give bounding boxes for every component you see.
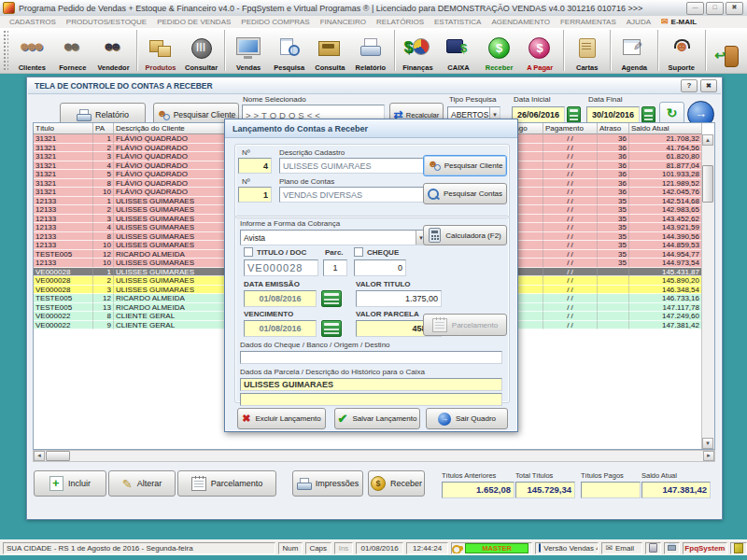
column-header-pa[interactable]: PA	[93, 123, 114, 134]
vertical-scroll-thumb[interactable]	[702, 165, 713, 203]
numero-plano-field[interactable]: 1	[238, 187, 272, 203]
dados-cheque-label: Dados do Cheque / Banco / Origem / Desti…	[240, 341, 390, 349]
apagar-button[interactable]: A Pagar	[519, 28, 560, 73]
vendas-button[interactable]: Vendas	[228, 28, 269, 73]
toolbar-label: Suporte	[669, 63, 695, 72]
descricao-cadastro-field[interactable]: ULISSES GUIMARAES	[279, 158, 430, 174]
agenda-button[interactable]: Agenda	[613, 28, 655, 73]
pesquisa-button[interactable]: Pesquisa	[269, 28, 310, 73]
close-button[interactable]	[726, 2, 743, 15]
dados-cheque-field[interactable]	[240, 351, 502, 364]
menu-item-financeiro[interactable]: FINANCEIRO	[320, 18, 366, 26]
column-header-atraso[interactable]: Atraso	[598, 123, 629, 134]
blue-arrow-icon	[438, 413, 451, 426]
column-header-saldo-atual[interactable]: Saldo Atual	[629, 123, 702, 134]
menu-item-cadastros[interactable]: CADASTROS	[9, 18, 56, 26]
horizontal-scroll-thumb[interactable]	[46, 451, 70, 461]
valor-titulo-field[interactable]: 1.375,00	[356, 290, 442, 307]
vendedor-button[interactable]: Vendedor	[93, 28, 134, 73]
titulo-doc-field[interactable]: VE000028	[244, 259, 318, 276]
parc-field[interactable]: 1	[323, 259, 347, 276]
table-cell: 12133	[34, 205, 93, 215]
clientes-button[interactable]: Clientes	[11, 28, 52, 73]
forma-cobranca-select[interactable]: Avista	[240, 230, 427, 245]
table-cell: / /	[543, 321, 598, 330]
menu-item-estatistica[interactable]: ESTATISTICA	[434, 18, 481, 26]
data-final-field[interactable]: 30/10/2016	[586, 106, 640, 123]
table-cell: 145.431,87	[629, 268, 702, 277]
network-icon	[668, 545, 676, 551]
menu-item-ferramentas[interactable]: FERRAMENTAS	[560, 18, 616, 26]
receber-button[interactable]: Receber	[368, 470, 425, 497]
calendar-icon[interactable]	[321, 290, 342, 307]
plano-contas-field[interactable]: VENDAS DIVERSAS	[279, 187, 430, 203]
receber-toolbar-button[interactable]: Receber	[479, 28, 520, 73]
menu-item-pedido-de-vendas[interactable]: PEDIDO DE VENDAS	[157, 18, 231, 26]
status-user: MASTER	[451, 542, 532, 554]
scroll-left-arrow[interactable]	[34, 451, 45, 461]
modal-pesquisar-cliente-button[interactable]: Pesquisar Cliente	[423, 155, 507, 176]
table-cell: 12	[93, 294, 114, 303]
table-cell: 36	[598, 170, 629, 179]
scroll-down-arrow[interactable]	[702, 438, 713, 449]
panel-close-button[interactable]	[700, 79, 717, 92]
table-cell: 12133	[34, 241, 93, 250]
incluir-button[interactable]: Incluir	[34, 470, 106, 497]
menu-item-relat-rios[interactable]: RELATÓRIOS	[376, 18, 424, 26]
cartas-button[interactable]: Cartas	[567, 28, 608, 73]
impressoes-button[interactable]: Impressões	[292, 470, 363, 497]
vencimento-field[interactable]: 01/08/2016	[244, 320, 317, 337]
calendar-icon[interactable]	[321, 320, 342, 337]
excluir-lancamento-button[interactable]: Excluir Lançamento	[237, 408, 326, 429]
fornecedor-button[interactable]: Fornece	[52, 28, 93, 73]
numero2-label: Nº	[242, 177, 250, 186]
scroll-right-arrow[interactable]	[703, 451, 714, 461]
printer-icon	[649, 543, 657, 553]
modal-parcelamento-button[interactable]: Parcelamento	[423, 314, 507, 336]
cheque-checkbox[interactable]	[354, 247, 363, 257]
sair-app-button[interactable]	[708, 28, 747, 73]
alterar-button[interactable]: Alterar	[108, 470, 176, 497]
data-inicial-field[interactable]: 26/06/2016	[512, 106, 565, 123]
scroll-up-arrow[interactable]	[702, 134, 713, 146]
summary-label-t-tulos-pagos: Títulos Pagos	[581, 471, 624, 480]
vertical-scrollbar[interactable]	[701, 134, 714, 449]
sair-quadro-button[interactable]: Sair Quadro	[426, 408, 508, 429]
numero-cadastro-field[interactable]: 4	[238, 158, 272, 174]
produtos-button[interactable]: Produtos	[140, 28, 181, 73]
consultar-button[interactable]: Consultar	[181, 28, 222, 73]
status-email[interactable]: Email	[601, 542, 642, 554]
menu-item-ajuda[interactable]: AJUDA	[627, 18, 651, 26]
table-cell: 35	[598, 223, 629, 232]
horizontal-scrollbar[interactable]	[33, 450, 715, 462]
pesquisar-contas-button[interactable]: Pesquisar Contas	[423, 183, 507, 204]
suporte-button[interactable]: Suporte	[661, 28, 702, 73]
calendar-icon[interactable]	[641, 106, 655, 123]
table-cell: 144.954,77	[629, 250, 702, 259]
menu-item-agendamento[interactable]: AGENDAMENTO	[491, 18, 550, 26]
relatorio-toolbar-button[interactable]: Relatório	[350, 28, 391, 73]
summary-label-t-tulos-anteriores: Títulos Anteriores	[442, 471, 496, 480]
calculadora-button[interactable]: Calculadora (F2)	[423, 225, 507, 245]
menu-item-produtos-estoque[interactable]: PRODUTOS/ESTOQUE	[66, 18, 147, 26]
column-header-t-tulo[interactable]: Título	[34, 123, 93, 134]
parcelamento-button[interactable]: Parcelamento	[177, 470, 276, 497]
historico-field-1[interactable]: ULISSES GUIMARAES	[240, 378, 502, 391]
menu-item-pedido-compras[interactable]: PEDIDO COMPRAS	[241, 18, 309, 26]
salvar-lancamento-button[interactable]: Salvar Lançamento	[334, 408, 420, 429]
menu-item-e-mail[interactable]: ✉E-MAIL	[661, 18, 697, 26]
table-cell: 2	[93, 276, 114, 286]
help-button[interactable]	[681, 79, 698, 92]
consulta-button[interactable]: Consulta	[309, 28, 350, 73]
column-header-pagamento[interactable]: Pagamento	[543, 123, 598, 134]
toolbar-label: A Pagar	[527, 63, 553, 72]
titulo-doc-checkbox[interactable]	[244, 247, 253, 257]
cheque-field[interactable]: 0	[354, 259, 406, 276]
data-emissao-field[interactable]: 01/08/2016	[244, 290, 317, 307]
caixa-button[interactable]: CAIXA	[438, 28, 479, 73]
financas-button[interactable]: Finanças	[398, 28, 439, 73]
calendar-icon[interactable]	[567, 106, 581, 123]
maximize-button[interactable]	[706, 2, 724, 15]
historico-field-2[interactable]	[240, 393, 502, 406]
minimize-button[interactable]	[686, 2, 704, 15]
